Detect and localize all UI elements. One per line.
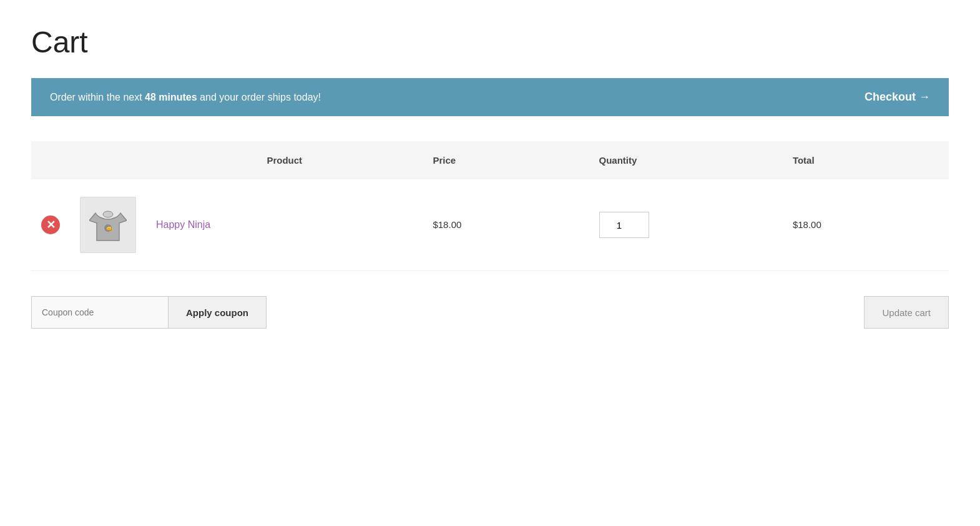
update-cart-button[interactable]: Update cart bbox=[864, 296, 949, 329]
col-header-image bbox=[70, 141, 146, 179]
cart-table: Product Price Quantity Total ✕ 👊 bbox=[31, 141, 949, 271]
product-quantity-cell bbox=[589, 179, 783, 271]
product-name-link[interactable]: Happy Ninja bbox=[156, 219, 210, 230]
quantity-input[interactable] bbox=[599, 212, 649, 238]
col-header-remove bbox=[31, 141, 70, 179]
notice-text-prefix: Order within the next bbox=[50, 92, 145, 102]
col-header-quantity: Quantity bbox=[589, 141, 783, 179]
svg-point-0 bbox=[103, 211, 113, 217]
notice-text: Order within the next 48 minutes and you… bbox=[50, 92, 321, 103]
remove-icon: ✕ bbox=[41, 216, 60, 234]
product-thumbnail: 👊 bbox=[80, 197, 136, 253]
coupon-input[interactable] bbox=[31, 296, 169, 329]
product-total: $18.00 bbox=[793, 219, 821, 230]
table-row: ✕ 👊 Happy Ninja $18.00 bbox=[31, 179, 949, 271]
tshirt-icon: 👊 bbox=[89, 208, 127, 242]
remove-cell: ✕ bbox=[31, 179, 70, 271]
cart-actions: Apply coupon Update cart bbox=[31, 290, 949, 335]
product-image-cell: 👊 bbox=[70, 179, 146, 271]
svg-text:👊: 👊 bbox=[106, 226, 112, 232]
remove-item-button[interactable]: ✕ bbox=[41, 216, 60, 234]
notice-bar: Order within the next 48 minutes and you… bbox=[31, 78, 949, 116]
notice-text-suffix: and your order ships today! bbox=[197, 92, 321, 102]
checkout-button[interactable]: Checkout → bbox=[865, 91, 930, 104]
apply-coupon-button[interactable]: Apply coupon bbox=[169, 296, 267, 329]
product-price-cell: $18.00 bbox=[423, 179, 589, 271]
col-header-total: Total bbox=[783, 141, 949, 179]
product-total-cell: $18.00 bbox=[783, 179, 949, 271]
notice-time: 48 minutes bbox=[145, 92, 197, 102]
col-header-price: Price bbox=[423, 141, 589, 179]
page-title: Cart bbox=[31, 25, 949, 59]
product-price: $18.00 bbox=[433, 219, 461, 230]
table-header-row: Product Price Quantity Total bbox=[31, 141, 949, 179]
product-name-cell: Happy Ninja bbox=[146, 179, 423, 271]
coupon-section: Apply coupon bbox=[31, 296, 267, 329]
col-header-product: Product bbox=[146, 141, 423, 179]
